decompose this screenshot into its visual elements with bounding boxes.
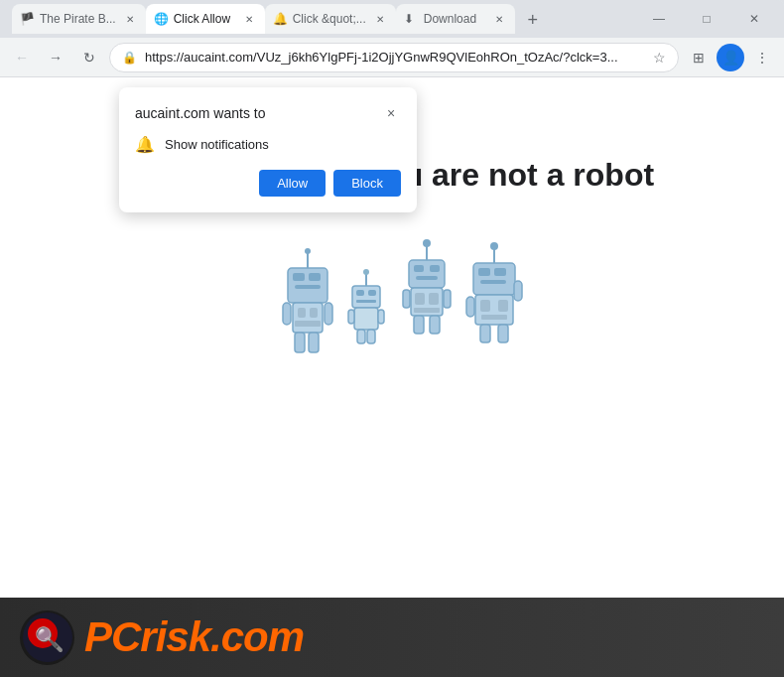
svg-point-13 [305, 248, 311, 254]
lock-icon: 🔒 [122, 51, 137, 65]
tab-title-1: The Pirate B... [40, 12, 116, 26]
bell-icon: 🔔 [135, 135, 155, 154]
svg-point-38 [423, 239, 431, 247]
svg-rect-1 [293, 273, 305, 281]
svg-point-55 [35, 624, 51, 640]
new-tab-button[interactable]: + [519, 6, 547, 34]
title-bar-controls: — □ ✕ [637, 4, 776, 34]
tab-close-1[interactable]: ✕ [122, 11, 138, 27]
notification-popup: aucaint.com wants to × 🔔 Show notificati… [119, 87, 417, 212]
svg-point-53 [23, 612, 72, 662]
svg-rect-33 [403, 290, 410, 308]
tab-favicon-1: 🏴 [20, 12, 34, 26]
svg-rect-50 [498, 325, 508, 342]
minimize-button[interactable]: — [637, 4, 681, 34]
tab-click-allow[interactable]: 🌐 Click Allow ✕ [146, 4, 265, 34]
tab-pirate-bay[interactable]: 🏴 The Pirate B... ✕ [12, 4, 146, 34]
svg-rect-41 [494, 268, 506, 276]
svg-rect-2 [309, 273, 321, 281]
tab-close-3[interactable]: ✕ [372, 11, 388, 27]
back-button[interactable]: ← [8, 44, 36, 71]
maximize-button[interactable]: □ [685, 4, 728, 34]
svg-rect-14 [352, 286, 380, 308]
svg-point-58 [31, 620, 55, 644]
robot-illustration [0, 223, 784, 382]
svg-rect-16 [368, 290, 376, 296]
svg-rect-7 [295, 321, 321, 327]
svg-rect-3 [295, 285, 321, 289]
allow-button[interactable]: Allow [259, 170, 326, 197]
svg-rect-47 [466, 297, 474, 317]
svg-point-52 [490, 242, 498, 250]
pcrisk-brand-text: PCrisk.com [84, 613, 304, 661]
svg-rect-49 [480, 325, 490, 342]
tab-close-2[interactable]: ✕ [241, 11, 257, 27]
tab-favicon-3: 🔔 [273, 12, 287, 26]
popup-buttons: Allow Block [135, 170, 401, 197]
svg-rect-35 [414, 316, 424, 334]
popup-close-button[interactable]: × [381, 103, 401, 123]
browser-window: 🏴 The Pirate B... ✕ 🌐 Click Allow ✕ 🔔 Cl… [0, 0, 784, 677]
pcrisk-footer: PCrisk.com [0, 598, 784, 677]
svg-line-57 [52, 641, 61, 650]
bookmark-icon[interactable]: ☆ [653, 50, 666, 66]
sidebar-button[interactable]: ⊞ [685, 44, 713, 71]
popup-notification-row: 🔔 Show notifications [135, 135, 401, 154]
tab-close-4[interactable]: ✕ [491, 11, 507, 27]
svg-rect-42 [480, 280, 506, 284]
tab-title-2: Click Allow [174, 12, 235, 26]
tabs-bar: 🏴 The Pirate B... ✕ 🌐 Click Allow ✕ 🔔 Cl… [8, 4, 633, 34]
navigation-bar: ← → ↻ 🔒 https://aucaint.com/VUz_j6kh6Ylg… [0, 38, 784, 77]
svg-rect-44 [480, 300, 490, 312]
svg-rect-18 [354, 308, 378, 330]
svg-rect-8 [283, 303, 291, 325]
title-bar: 🏴 The Pirate B... ✕ 🌐 Click Allow ✕ 🔔 Cl… [0, 0, 784, 38]
svg-rect-39 [473, 263, 515, 295]
svg-rect-25 [409, 260, 445, 288]
svg-rect-40 [478, 268, 490, 276]
svg-rect-27 [430, 265, 440, 272]
svg-rect-30 [415, 293, 425, 305]
svg-rect-10 [295, 333, 305, 352]
forward-button[interactable]: → [42, 44, 69, 71]
svg-rect-22 [367, 330, 375, 343]
svg-rect-21 [357, 330, 365, 343]
page-content: aucaint.com wants to × 🔔 Show notificati… [0, 77, 784, 677]
svg-rect-20 [378, 310, 384, 324]
block-button[interactable]: Block [333, 170, 401, 197]
svg-rect-5 [298, 308, 306, 318]
svg-rect-36 [430, 316, 440, 334]
profile-button[interactable]: 👤 [717, 44, 744, 71]
tab-favicon-4: ⬇ [404, 12, 418, 26]
svg-rect-28 [416, 276, 438, 280]
svg-rect-19 [348, 310, 354, 324]
popup-header: aucaint.com wants to × [135, 103, 401, 123]
tab-favicon-2: 🌐 [154, 12, 168, 26]
tab-click-quote[interactable]: 🔔 Click &quot;... ✕ [265, 4, 396, 34]
tab-title-4: Download [424, 12, 485, 26]
svg-rect-6 [310, 308, 318, 318]
address-text: https://aucaint.com/VUz_j6kh6YlgPFj-1i2O… [145, 50, 645, 65]
close-button[interactable]: ✕ [732, 4, 776, 34]
pcrisk-logo-svg [23, 612, 72, 662]
pcrisk-logo-icon [20, 610, 74, 665]
svg-rect-34 [444, 290, 451, 308]
tab-title-3: Click &quot;... [293, 12, 366, 26]
address-bar[interactable]: 🔒 https://aucaint.com/VUz_j6kh6YlgPFj-1i… [109, 43, 679, 72]
pcrisk-brand-suffix: risk.com [140, 613, 304, 660]
svg-rect-9 [325, 303, 332, 325]
tab-download[interactable]: ⬇ Download ✕ [396, 4, 515, 34]
svg-point-54 [31, 620, 55, 644]
svg-rect-31 [429, 293, 439, 305]
refresh-button[interactable]: ↻ [75, 44, 103, 71]
svg-rect-32 [414, 308, 440, 313]
svg-point-56 [37, 626, 43, 632]
svg-point-24 [363, 269, 369, 275]
pcrisk-brand-prefix: PC [84, 613, 140, 660]
nav-right-controls: ⊞ 👤 ⋮ [685, 44, 776, 71]
svg-rect-11 [309, 333, 319, 352]
menu-button[interactable]: ⋮ [748, 44, 776, 71]
svg-rect-17 [356, 300, 376, 303]
notification-label: Show notifications [165, 137, 269, 152]
svg-rect-48 [514, 281, 522, 301]
